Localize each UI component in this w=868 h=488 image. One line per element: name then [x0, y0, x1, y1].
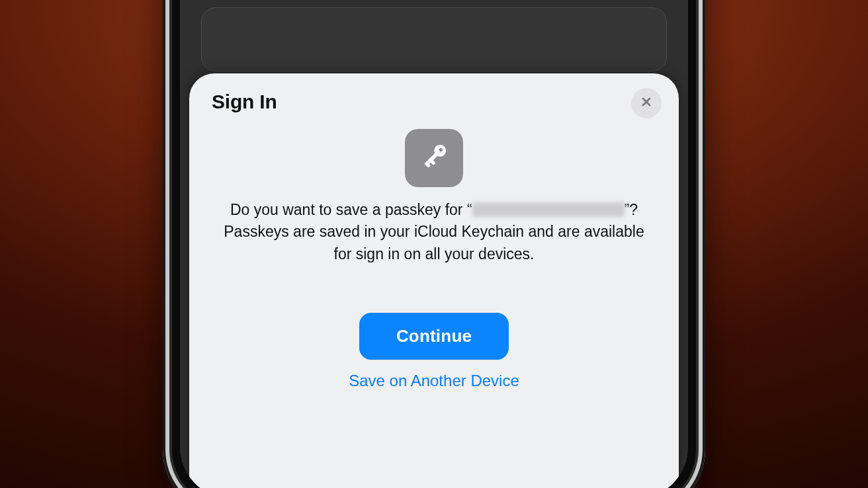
body-text-pre: Do you want to save a passkey for “: [230, 201, 472, 218]
passkey-sheet: Sign In: [189, 73, 679, 488]
close-icon: [640, 95, 653, 111]
save-another-device-link[interactable]: Save on Another Device: [349, 372, 519, 390]
phone-frame: Sign In: [163, 0, 705, 488]
key-app-icon: [405, 129, 463, 187]
continue-button[interactable]: Continue: [359, 313, 509, 360]
background-content-card: [201, 7, 667, 71]
stage: Sign In: [0, 0, 868, 488]
sheet-title: Sign In: [212, 91, 656, 113]
sheet-header: Sign In: [189, 73, 679, 117]
phone-screen: Sign In: [180, 0, 688, 488]
close-button[interactable]: [631, 88, 662, 118]
key-icon: [417, 140, 451, 177]
sheet-description: Do you want to save a passkey for “”? Pa…: [222, 199, 646, 265]
redacted-account-name: [472, 202, 625, 217]
sheet-actions: Continue Save on Another Device: [189, 313, 679, 390]
